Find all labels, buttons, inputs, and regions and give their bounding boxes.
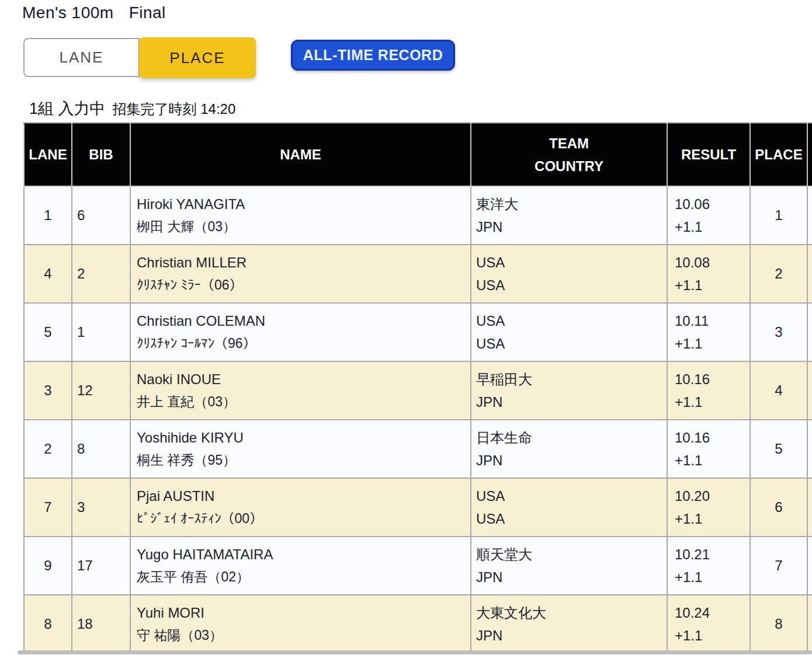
athlete-name-japanese: 井上 直紀（03） — [137, 391, 470, 413]
result-time: 10.16 — [675, 368, 749, 391]
athlete-name-latin: Yugo HAITAMATAIRA — [137, 543, 470, 566]
country-code: JPN — [476, 566, 667, 588]
result-row: 9 17 Yugo HAITAMATAIRA 灰玉平 侑吾（02） 順天堂大 J… — [24, 536, 812, 595]
result-row: 3 12 Naoki INOUE 井上 直紀（03） 早稲田大 JPN 10.1… — [24, 361, 812, 420]
place-cell: 4 — [750, 361, 807, 420]
bib-cell: 1 — [72, 303, 130, 361]
wind-value: +1.1 — [675, 274, 749, 297]
country-code: USA — [476, 274, 667, 297]
lane-toggle-button[interactable]: LANE — [23, 38, 140, 77]
athlete-name-latin: Yuhi MORI — [137, 601, 470, 624]
column-header-clipped — [807, 123, 812, 186]
column-header-bib: BIB — [72, 123, 130, 186]
place-cell: 3 — [750, 303, 807, 361]
clipped-cell — [807, 420, 812, 478]
lane-cell: 1 — [24, 186, 72, 245]
round-title: Final — [129, 4, 166, 22]
result-time: 10.11 — [675, 309, 749, 332]
athlete-name-japanese: 灰玉平 侑吾（02） — [137, 566, 470, 588]
bib-cell: 3 — [72, 478, 130, 536]
result-cell: 10.21 +1.1 — [667, 536, 750, 595]
results-table-viewport: LANE BIB NAME TEAM COUNTRY RESULT PLACE … — [23, 123, 812, 653]
country-code: JPN — [476, 624, 667, 647]
result-time: 10.06 — [675, 193, 749, 215]
athlete-name-latin: Yoshihide KIRYU — [137, 426, 470, 449]
wind-value: +1.1 — [675, 332, 749, 355]
athlete-name-japanese: 守 祐陽（03） — [137, 624, 470, 647]
result-cell: 10.16 +1.1 — [667, 361, 750, 420]
clipped-cell — [807, 245, 812, 303]
wind-value: +1.1 — [675, 391, 749, 413]
team-name: 順天堂大 — [476, 543, 667, 566]
place-cell: 7 — [750, 536, 807, 595]
result-time: 10.20 — [675, 485, 749, 507]
team-cell: 日本生命 JPN — [471, 420, 667, 478]
all-time-record-button[interactable]: ALL-TIME RECORD — [291, 40, 455, 71]
column-header-place: PLACE — [750, 123, 807, 186]
team-cell: 早稲田大 JPN — [471, 361, 667, 420]
name-cell: Christian COLEMAN ｸﾘｽﾁｬﾝ ｺｰﾙﾏﾝ（96） — [130, 303, 471, 361]
place-cell: 8 — [750, 595, 807, 653]
athlete-name-latin: Christian COLEMAN — [137, 309, 470, 332]
athlete-name-japanese: 栁田 大輝（03） — [137, 215, 470, 238]
result-cell: 10.08 +1.1 — [667, 245, 750, 303]
athlete-name-japanese: ｸﾘｽﾁｬﾝ ﾐﾗｰ（06） — [137, 274, 470, 297]
column-header-result: RESULT — [667, 123, 750, 186]
column-header-lane: LANE — [24, 123, 72, 186]
lane-cell: 7 — [24, 478, 72, 536]
team-name: 日本生命 — [476, 426, 667, 449]
horizontal-scrollbar[interactable] — [18, 650, 812, 654]
place-cell: 1 — [750, 186, 807, 245]
team-cell: 東洋大 JPN — [471, 186, 667, 245]
lane-cell: 9 — [24, 536, 72, 595]
country-code: JPN — [476, 215, 667, 238]
place-toggle-button[interactable]: PLACE — [139, 37, 256, 78]
team-name: 早稲田大 — [476, 368, 667, 391]
name-cell: Hiroki YANAGITA 栁田 大輝（03） — [130, 186, 471, 245]
clipped-cell — [807, 303, 812, 361]
page-title: Men's 100mFinal — [22, 4, 166, 22]
bib-cell: 8 — [72, 420, 130, 478]
bib-cell: 17 — [72, 536, 130, 595]
result-cell: 10.06 +1.1 — [667, 186, 750, 245]
result-row: 8 18 Yuhi MORI 守 祐陽（03） 大東文化大 JPN 10.24 … — [24, 595, 812, 653]
wind-value: +1.1 — [675, 624, 749, 647]
country-code: JPN — [476, 449, 667, 472]
place-cell: 6 — [750, 478, 807, 536]
bib-cell: 2 — [72, 245, 130, 303]
name-cell: Yoshihide KIRYU 桐生 祥秀（95） — [130, 420, 471, 478]
team-cell: 大東文化大 JPN — [471, 595, 667, 653]
result-time: 10.21 — [675, 543, 749, 566]
team-cell: 順天堂大 JPN — [471, 536, 667, 595]
result-time: 10.24 — [675, 601, 749, 624]
athlete-name-japanese: ﾋﾟｼﾞｪｲ ｵｰｽﾃｨﾝ（00） — [137, 507, 470, 530]
column-header-country: COUNTRY — [471, 155, 667, 177]
lane-place-toggle: LANE PLACE — [23, 38, 256, 78]
result-cell: 10.16 +1.1 — [667, 420, 750, 478]
result-cell: 10.24 +1.1 — [667, 595, 750, 653]
heat-group-status: 1組 入力中 — [29, 98, 106, 119]
team-cell: USA USA — [471, 478, 667, 536]
team-name: 大東文化大 — [476, 601, 667, 624]
team-cell: USA USA — [471, 303, 667, 361]
athlete-name-japanese: ｸﾘｽﾁｬﾝ ｺｰﾙﾏﾝ（96） — [137, 332, 470, 355]
call-completion-time: 招集完了時刻 14:20 — [113, 100, 236, 119]
athlete-name-japanese: 桐生 祥秀（95） — [137, 449, 470, 472]
country-code: USA — [476, 507, 667, 530]
name-cell: Yugo HAITAMATAIRA 灰玉平 侑吾（02） — [130, 536, 471, 595]
result-row: 5 1 Christian COLEMAN ｸﾘｽﾁｬﾝ ｺｰﾙﾏﾝ（96） U… — [24, 303, 812, 361]
event-title: Men's 100m — [22, 4, 114, 22]
country-code: JPN — [476, 391, 667, 413]
result-row: 1 6 Hiroki YANAGITA 栁田 大輝（03） 東洋大 JPN 10… — [24, 186, 812, 245]
place-cell: 2 — [750, 245, 807, 303]
result-cell: 10.20 +1.1 — [667, 478, 750, 536]
result-time: 10.16 — [675, 426, 749, 449]
athlete-name-latin: Naoki INOUE — [137, 368, 470, 391]
team-name: USA — [476, 485, 667, 507]
results-table: LANE BIB NAME TEAM COUNTRY RESULT PLACE … — [23, 123, 812, 653]
wind-value: +1.1 — [675, 566, 749, 588]
lane-cell: 4 — [24, 245, 72, 303]
bib-cell: 12 — [72, 361, 130, 420]
wind-value: +1.1 — [675, 507, 749, 530]
place-cell: 5 — [750, 420, 807, 478]
